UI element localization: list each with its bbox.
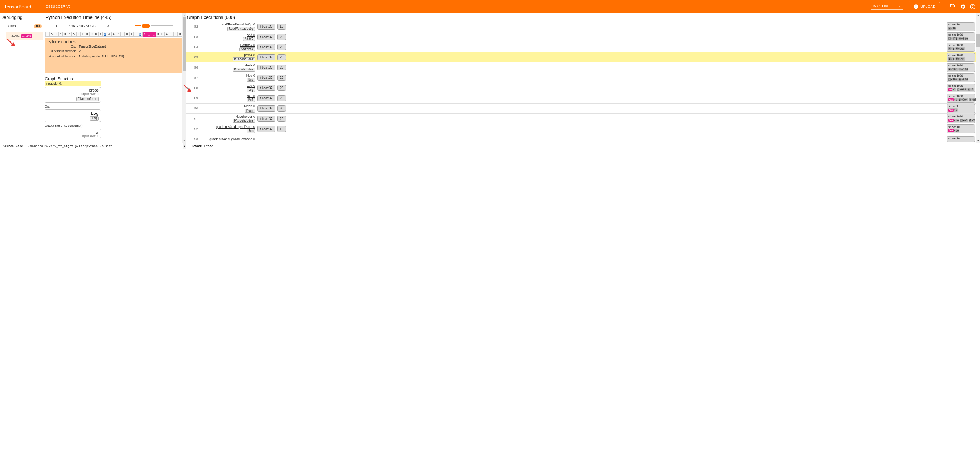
op-type: Neg: [247, 78, 255, 82]
tensor-name[interactable]: Neg:0: [203, 74, 255, 77]
tensor-name[interactable]: Mean:0: [203, 104, 255, 108]
op-cell[interactable]: C: [169, 32, 173, 37]
input-node[interactable]: probs Output slot: 0 Placeholder: [45, 87, 101, 103]
graph-exec-row[interactable]: 85 probs:0 Placeholder float32 2D size:1…: [186, 52, 976, 62]
graph-exec-row[interactable]: 86 labels:0 Placeholder float32 2D size:…: [186, 62, 976, 73]
graph-exec-row[interactable]: 93 gradients/add_grad/Reshape:0 size:10: [186, 134, 976, 144]
row-index: 93: [191, 137, 200, 141]
dtype-tag: float32: [257, 65, 275, 71]
graph-exec-row[interactable]: 82 add/ReadVariableOp:0 ReadVariableOp f…: [186, 22, 976, 32]
size-box: size:1000 0×1+×999: [947, 43, 975, 51]
dtype-tag: float32: [257, 95, 275, 101]
alert-badge: ∞: 499: [21, 34, 32, 38]
tensor-name[interactable]: Placeholder:0: [203, 115, 255, 118]
timeline-next[interactable]: >: [104, 22, 112, 29]
op-type: Placeholder: [232, 119, 255, 123]
expand-icon[interactable]: ▶: [187, 86, 189, 90]
graph-exec-row[interactable]: 92 gradients/add_grad/Sum:0 Sum float32 …: [186, 124, 976, 134]
graph-exec-row[interactable]: 83 add:0 AddV2 float32 2D size:1000 -×47…: [186, 32, 976, 42]
op-cell[interactable]: I: [129, 32, 134, 37]
op-cell[interactable]: M: [67, 32, 72, 37]
op-cell[interactable]: _: [147, 32, 151, 37]
op-cell[interactable]: S: [76, 32, 81, 37]
output-node[interactable]: mul Input slot: 1: [45, 129, 101, 138]
op-cell[interactable]: R: [178, 32, 182, 37]
op-cell[interactable]: m: [138, 32, 142, 37]
tensor-name[interactable]: mul:0: [203, 94, 255, 98]
op-cell[interactable]: m: [103, 32, 107, 37]
input-node-op: Placeholder: [76, 97, 99, 101]
op-cell[interactable]: R: [85, 32, 89, 37]
op-cell[interactable]: R: [63, 32, 67, 37]
graph-exec-row[interactable]: 91 Placeholder:0 Placeholder float32 2D …: [186, 114, 976, 124]
tab-debugger[interactable]: DEBUGGER V2: [44, 0, 73, 13]
rank-tag: 2D: [277, 75, 286, 81]
tensor-name[interactable]: Softmax:0: [203, 43, 255, 47]
scroll-up-icon[interactable]: ▲: [976, 13, 980, 17]
op-cell[interactable]: S: [50, 32, 54, 37]
tensor-name[interactable]: add:0: [203, 33, 255, 37]
row-names: Placeholder:0 Placeholder: [203, 115, 255, 123]
graph-exec-row[interactable]: 87 Neg:0 Neg float32 2D size:1000 -×1000…: [186, 73, 976, 83]
tensor-name[interactable]: probs:0: [203, 53, 255, 57]
op-cell[interactable]: P: [45, 32, 50, 37]
graph-exec-row[interactable]: 84 Softmax:0 Softmax float32 2D size:100…: [186, 42, 976, 52]
op-cell[interactable]: R: [156, 32, 160, 37]
scroll-down-icon[interactable]: ▼: [976, 139, 980, 142]
op-cell[interactable]: R: [89, 32, 94, 37]
tensor-name[interactable]: add/ReadVariableOp:0: [203, 22, 255, 26]
status-label: INACTIVE: [873, 4, 890, 8]
op-cell[interactable]: C: [121, 32, 125, 37]
alerts-panel: Debugging Alerts 499 NaN/∞ ∞: 499: [0, 13, 45, 143]
op-strip[interactable]: PSSSRMSSRRRRAmAAECMIIm!__RRACRR: [45, 32, 183, 37]
graph-exec-row[interactable]: ▶ 88 Log:0 Log float32 2D size:1000 -∞×1…: [186, 83, 976, 93]
graph-exec-row[interactable]: 90 Mean:0 Mean float32 0D size:1 NaN×1: [186, 104, 976, 114]
row-index: 90: [191, 106, 200, 110]
op-cell[interactable]: S: [54, 32, 59, 37]
scroll-thumb[interactable]: [183, 17, 186, 71]
help-icon[interactable]: [969, 4, 976, 10]
rank-tag: 2D: [277, 95, 286, 101]
scroll-up-icon[interactable]: ▲: [182, 13, 186, 17]
op-cell[interactable]: A: [107, 32, 111, 37]
alerts-count: 499: [34, 24, 42, 28]
tensor-name[interactable]: labels:0: [203, 64, 255, 67]
op-cell[interactable]: R: [81, 32, 85, 37]
tensor-name[interactable]: gradients/add_grad/Sum:0: [203, 125, 255, 129]
op-cell[interactable]: E: [116, 32, 121, 37]
timeline-prev[interactable]: <: [52, 22, 60, 29]
op-cell[interactable]: S: [72, 32, 76, 37]
tensor-name[interactable]: Log:0: [203, 84, 255, 88]
op-cell[interactable]: M: [125, 32, 129, 37]
upload-button[interactable]: UPLOAD: [908, 2, 940, 11]
op-cell[interactable]: !: [143, 32, 147, 37]
tensor-name[interactable]: gradients/add_grad/Reshape:0: [203, 137, 255, 141]
source-code-section[interactable]: Source Code /home/cais/venv_tf_nightly/l…: [0, 143, 183, 149]
op-cell[interactable]: _: [151, 32, 156, 37]
op-cell[interactable]: S: [59, 32, 63, 37]
alert-name: NaN/∞: [11, 35, 20, 38]
op-cell[interactable]: I: [134, 32, 138, 37]
size-box: size:1000 -×471+×529: [947, 32, 975, 42]
op-cell[interactable]: A: [98, 32, 103, 37]
scroll-thumb[interactable]: [976, 34, 980, 46]
input-node-name: probs: [47, 88, 99, 92]
timeline-slider[interactable]: [135, 24, 173, 27]
output-slot-header: Output slot 0: (1 consumer): [45, 123, 101, 128]
op-cell[interactable]: A: [165, 32, 169, 37]
scrollbar-graph[interactable]: ▲ ▼: [976, 13, 980, 143]
op-node[interactable]: Log Log: [45, 109, 101, 122]
graph-exec-row[interactable]: 89 mul:0 Mul float32 2D size:1000 NaN×10…: [186, 93, 976, 104]
scrollbar-timeline[interactable]: ▲ ▼: [182, 13, 186, 143]
row-names: mul:0 Mul: [203, 94, 255, 102]
rank-tag: 0D: [277, 105, 286, 112]
op-cell[interactable]: R: [173, 32, 178, 37]
op-cell[interactable]: A: [111, 32, 116, 37]
op-cell[interactable]: R: [94, 32, 98, 37]
gear-icon[interactable]: [960, 4, 966, 10]
op-cell[interactable]: R: [160, 32, 164, 37]
refresh-icon[interactable]: [950, 4, 956, 10]
status-select[interactable]: INACTIVE: [871, 3, 903, 10]
scroll-down-icon[interactable]: ▼: [182, 139, 186, 142]
row-names: gradients/add_grad/Sum:0 Sum: [203, 125, 255, 133]
